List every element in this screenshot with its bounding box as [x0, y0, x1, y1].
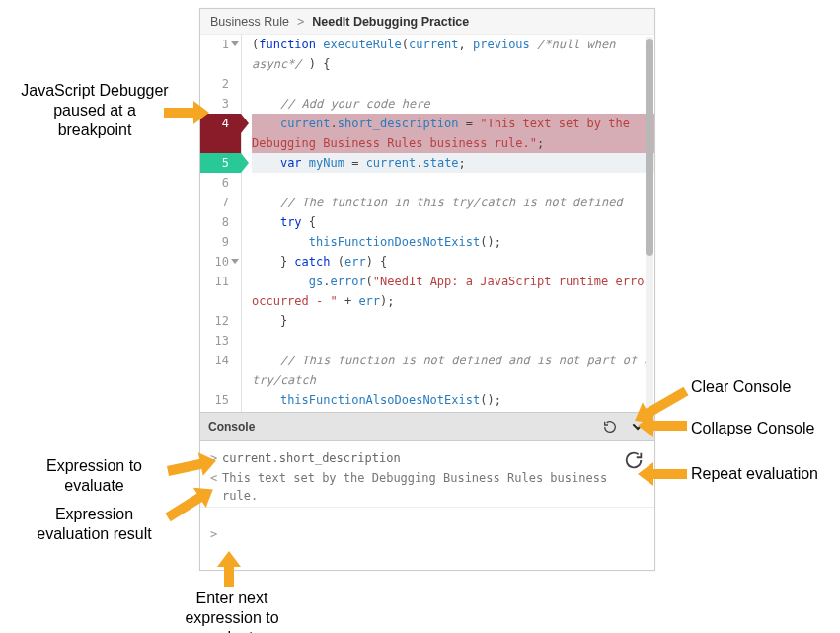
breadcrumb-separator: >	[297, 9, 304, 35]
code-line[interactable]	[252, 410, 654, 412]
line-number[interactable]: 1	[200, 35, 241, 74]
annot-eval-result: Expression evaluation result	[18, 505, 171, 544]
code-line[interactable]: // Add your code here	[252, 94, 654, 114]
arrow-expr-eval	[167, 459, 203, 476]
console-prompt-row[interactable]: >	[210, 525, 645, 543]
code-line[interactable]: }	[252, 311, 654, 331]
line-number[interactable]: 11	[200, 272, 241, 311]
line-number[interactable]: 5	[200, 153, 241, 173]
debugger-panel: Business Rule > NeedIt Debugging Practic…	[199, 8, 655, 571]
line-number[interactable]: 14	[200, 351, 241, 390]
breadcrumb-current: NeedIt Debugging Practice	[312, 9, 469, 35]
line-number[interactable]: 15	[200, 390, 241, 410]
console-title: Console	[208, 420, 255, 434]
annot-collapse-console: Collapse Console	[691, 419, 814, 438]
line-number[interactable]: 7	[200, 193, 241, 212]
line-number[interactable]: 6	[200, 173, 241, 193]
arrow-repeat-eval	[651, 469, 687, 479]
code-editor[interactable]: 1234567891011121314151617 (function exec…	[200, 35, 654, 412]
scrollbar-vertical[interactable]	[646, 37, 653, 412]
code-line[interactable]: thisFunctionAlsoDoesNotExist();	[252, 390, 654, 410]
breadcrumb-parent[interactable]: Business Rule	[210, 9, 289, 35]
line-number[interactable]: 12	[200, 311, 241, 331]
code-line[interactable]: } catch (err) {	[252, 252, 654, 272]
code-line[interactable]: var myNum = current.state;	[252, 153, 654, 173]
console-header: Console	[200, 412, 654, 441]
annot-enter-next: Enter next expression to evaluate	[163, 589, 301, 633]
code-area[interactable]: (function executeRule(current, previous …	[242, 35, 654, 412]
console-output-text: This text set by the Debugging Business …	[222, 469, 645, 505]
line-number[interactable]: 13	[200, 331, 241, 351]
line-number[interactable]: 8	[200, 212, 241, 232]
scrollbar-thumb[interactable]	[646, 39, 653, 256]
arrow-enter-next	[224, 565, 234, 587]
code-line[interactable]: try {	[252, 212, 654, 232]
code-line[interactable]	[252, 331, 654, 351]
line-number[interactable]: 16	[200, 410, 241, 412]
console-output-row: < This text set by the Debugging Busines…	[210, 469, 645, 505]
code-line[interactable]: gs.error("NeedIt App: a JavaScript runti…	[252, 272, 654, 311]
code-line[interactable]: // The function in this try/catch is not…	[252, 193, 654, 212]
code-line[interactable]: // This function is not defined and is n…	[252, 351, 654, 390]
line-number[interactable]: 10	[200, 252, 241, 272]
code-line[interactable]: (function executeRule(current, previous …	[252, 35, 654, 74]
code-line[interactable]	[252, 173, 654, 193]
arrow-eval-result	[165, 493, 203, 522]
prompt-sigil: >	[210, 525, 222, 543]
annot-repeat-eval: Repeat evaluation	[691, 464, 818, 484]
line-number[interactable]: 2	[200, 74, 241, 94]
code-line[interactable]: thisFunctionDoesNotExist();	[252, 232, 654, 252]
breadcrumb: Business Rule > NeedIt Debugging Practic…	[200, 9, 654, 35]
console-input-text: current.short_description	[222, 449, 645, 467]
gutter[interactable]: 1234567891011121314151617	[200, 35, 242, 412]
code-line[interactable]	[252, 74, 654, 94]
console-body: > current.short_description < This text …	[200, 441, 654, 568]
arrow-debugger-paused	[164, 108, 195, 118]
line-number[interactable]: 9	[200, 232, 241, 252]
clear-console-button[interactable]	[601, 418, 619, 435]
annot-debugger-paused: JavaScript Debugger paused at a breakpoi…	[20, 81, 170, 140]
annot-expr-eval: Expression to evaluate	[18, 456, 171, 496]
arrow-collapse-console	[651, 421, 687, 431]
code-line[interactable]: current.short_description = "This text s…	[252, 114, 654, 153]
console-divider	[200, 507, 654, 508]
annot-clear-console: Clear Console	[691, 377, 791, 397]
console-input-row: > current.short_description	[210, 449, 645, 467]
